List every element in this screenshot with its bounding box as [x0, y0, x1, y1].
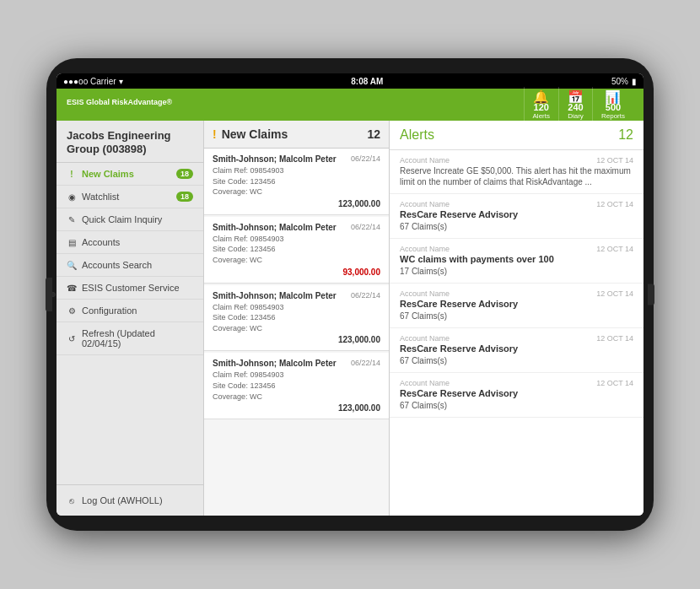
app-title-text: ESIS Global RiskAdvantage — [67, 98, 167, 106]
diary-nav-button[interactable]: 📅 240 Diary — [558, 87, 592, 123]
tablet-side-button[interactable] — [648, 284, 654, 305]
top-navigation: ESIS Global RiskAdvantage® 🔔 120 Alerts … — [57, 89, 643, 121]
tablet-home-button[interactable] — [46, 278, 52, 311]
right-panel: Alerts 12 Account Name 12 OCT 14 Reserve… — [390, 121, 643, 516]
alert-message-1: Reserve Increate GE $50,000. This alert … — [400, 165, 633, 187]
alerts-count: 120 — [534, 103, 549, 112]
claim-item-1[interactable]: Smith-Johnson; Malcolm Peter 06/22/14 Cl… — [204, 149, 389, 215]
wifi-icon: ▾ — [119, 77, 123, 86]
sidebar-label-new-claims: New Claims — [82, 169, 171, 179]
tablet-device: ●●●oo Carrier ▾ 8:08 AM 50% ▮ ESIS Globa… — [46, 58, 654, 531]
alerts-nav-button[interactable]: 🔔 120 Alerts — [524, 87, 558, 123]
claim-name-2: Smith-Johnson; Malcolm Peter — [213, 223, 347, 232]
claim-header-1: Smith-Johnson; Malcolm Peter 06/22/14 — [213, 154, 380, 164]
reports-nav-button[interactable]: 📊 500 Reports — [592, 87, 633, 123]
battery-icon: ▮ — [632, 77, 637, 86]
alert-item-1[interactable]: Account Name 12 OCT 14 Reserve Increate … — [390, 150, 643, 194]
sidebar-footer: ⎋ Log Out (AWHOLL) — [57, 484, 203, 516]
alert-date-4: 12 OCT 14 — [596, 289, 633, 298]
claims-panel-header: ! New Claims 12 — [204, 121, 389, 149]
reports-label: Reports — [601, 112, 625, 120]
app-title: ESIS Global RiskAdvantage® — [67, 98, 524, 111]
claim-name-1: Smith-Johnson; Malcolm Peter — [213, 154, 347, 164]
alerts-header: Alerts 12 — [390, 121, 643, 150]
sidebar-item-configuration[interactable]: ⚙ Configuration — [57, 300, 203, 322]
main-content: Jacobs Engineering Group (003898) ! New … — [57, 121, 643, 516]
alert-account-label-4: Account Name — [400, 289, 450, 298]
alert-message-5: 67 Claims(s) — [400, 355, 633, 366]
sidebar-label-accounts-search: Accounts Search — [82, 260, 193, 270]
alert-item-4[interactable]: Account Name 12 OCT 14 ResCare Reserve A… — [390, 284, 643, 328]
alert-date-3: 12 OCT 14 — [596, 245, 633, 253]
logout-icon: ⎋ — [67, 496, 77, 505]
alert-item-5[interactable]: Account Name 12 OCT 14 ResCare Reserve A… — [390, 328, 643, 373]
alert-row1-4: Account Name 12 OCT 14 — [400, 289, 633, 298]
status-bar-right: 50% ▮ — [611, 77, 637, 86]
sidebar-item-customer-service[interactable]: ☎ ESIS Customer Service — [57, 277, 203, 300]
claim-item-4[interactable]: Smith-Johnson; Malcolm Peter 06/22/14 Cl… — [204, 353, 389, 419]
alert-date-5: 12 OCT 14 — [596, 334, 633, 343]
sidebar-item-accounts[interactable]: ▤ Accounts — [57, 231, 203, 254]
sidebar-item-refresh[interactable]: ↺ Refresh (Updated 02/04/15) — [57, 322, 203, 355]
claim-header-3: Smith-Johnson; Malcolm Peter 06/22/14 — [213, 291, 380, 300]
sidebar-item-watchlist[interactable]: ◉ Watchlist 18 — [57, 186, 203, 208]
claims-panel-count: 12 — [367, 127, 380, 141]
alert-message-4: 67 Claims(s) — [400, 311, 633, 322]
alert-message-3: 17 Claims(s) — [400, 266, 633, 277]
alert-row1-2: Account Name 12 OCT 14 — [400, 200, 633, 208]
alerts-label: Alerts — [533, 112, 550, 120]
diary-label: Diary — [568, 112, 584, 120]
alert-account-label-2: Account Name — [400, 200, 450, 208]
alert-account-label-5: Account Name — [400, 334, 450, 343]
alert-account-label-3: Account Name — [400, 245, 450, 253]
claim-date-3: 06/22/14 — [351, 291, 380, 300]
sidebar-item-quick-claim[interactable]: ✎ Quick Claim Inquiry — [57, 208, 203, 231]
sidebar-label-quick-claim: Quick Claim Inquiry — [82, 214, 193, 224]
claim-item-3[interactable]: Smith-Johnson; Malcolm Peter 06/22/14 Cl… — [204, 285, 389, 352]
watchlist-badge: 18 — [176, 192, 193, 202]
sidebar-menu: ! New Claims 18 ◉ Watchlist 18 ✎ Quick C… — [57, 163, 203, 484]
alert-account-name-2: ResCare Reserve Advisory — [400, 209, 633, 219]
sidebar-account-header: Jacobs Engineering Group (003898) — [57, 121, 203, 163]
claim-details-4: Claim Ref: 09854903Site Code: 123456Cove… — [213, 370, 380, 402]
alert-date-2: 12 OCT 14 — [596, 200, 633, 208]
refresh-icon: ↺ — [67, 334, 77, 343]
nav-icons-group: 🔔 120 Alerts 📅 240 Diary 📊 500 Reports — [524, 87, 633, 123]
tablet-screen: ●●●oo Carrier ▾ 8:08 AM 50% ▮ ESIS Globa… — [57, 73, 643, 516]
trademark-icon: ® — [167, 98, 173, 106]
sidebar-item-logout[interactable]: ⎋ Log Out (AWHOLL) — [67, 492, 193, 509]
claims-header-icon: ! — [213, 127, 217, 141]
claims-panel-title: New Claims — [222, 127, 368, 141]
account-name: Jacobs Engineering Group (003898) — [67, 129, 193, 155]
claims-list: Smith-Johnson; Malcolm Peter 06/22/14 Cl… — [204, 149, 389, 516]
claim-item-2[interactable]: Smith-Johnson; Malcolm Peter 06/22/14 Cl… — [204, 217, 389, 284]
alert-item-2[interactable]: Account Name 12 OCT 14 ResCare Reserve A… — [390, 194, 643, 239]
sidebar-label-customer-service: ESIS Customer Service — [82, 283, 193, 293]
claim-details-1: Claim Ref: 09854903Site Code: 123456Cove… — [213, 165, 380, 197]
claim-header-4: Smith-Johnson; Malcolm Peter 06/22/14 — [213, 359, 380, 368]
alert-item-3[interactable]: Account Name 12 OCT 14 WC claims with pa… — [390, 239, 643, 284]
alert-date-1: 12 OCT 14 — [596, 156, 633, 165]
bell-icon: 🔔 — [533, 90, 549, 103]
grid-icon: ▤ — [67, 238, 77, 247]
sidebar-label-accounts: Accounts — [82, 237, 193, 247]
alerts-title: Alerts — [400, 127, 618, 143]
alert-row1-5: Account Name 12 OCT 14 — [400, 334, 633, 343]
sidebar-item-new-claims[interactable]: ! New Claims 18 — [57, 163, 203, 186]
sidebar-item-accounts-search[interactable]: 🔍 Accounts Search — [57, 254, 203, 277]
claim-header-2: Smith-Johnson; Malcolm Peter 06/22/14 — [213, 223, 380, 232]
alert-message-6: 67 Claims(s) — [400, 400, 633, 411]
claim-amount-1: 123,000.00 — [213, 199, 380, 208]
alert-account-label-6: Account Name — [400, 379, 450, 387]
alert-item-6[interactable]: Account Name 12 OCT 14 ResCare Reserve A… — [390, 373, 643, 418]
alert-date-6: 12 OCT 14 — [596, 379, 633, 387]
claim-date-1: 06/22/14 — [351, 154, 380, 163]
phone-icon: ☎ — [67, 284, 77, 293]
alerts-list: Account Name 12 OCT 14 Reserve Increate … — [390, 150, 643, 516]
claim-name-4: Smith-Johnson; Malcolm Peter — [213, 359, 347, 368]
diary-count: 240 — [568, 103, 583, 112]
claim-date-4: 06/22/14 — [351, 359, 380, 367]
alert-account-name-3: WC claims with payments over 100 — [400, 254, 633, 264]
exclamation-icon: ! — [67, 170, 77, 179]
claim-amount-4: 123,000.00 — [213, 403, 380, 413]
